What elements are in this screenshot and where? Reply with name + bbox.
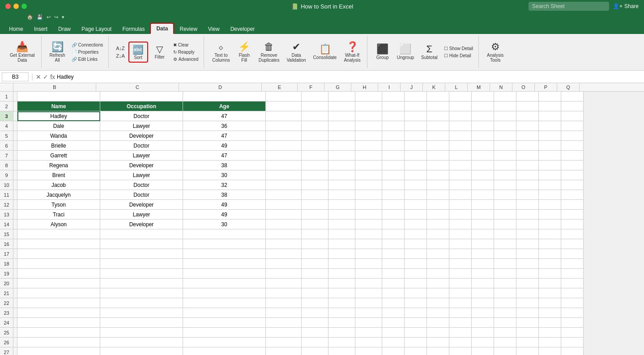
cell-col-j-16[interactable]: [405, 239, 427, 249]
cell-col-j-24[interactable]: [405, 318, 427, 328]
cell-col-k-8[interactable]: [427, 161, 449, 170]
cell-col-e-18[interactable]: [266, 259, 302, 269]
cell-col-i-23[interactable]: [382, 308, 405, 318]
cell-col-l-5[interactable]: [449, 131, 472, 141]
cell-col-f-3[interactable]: [302, 111, 328, 121]
cell-col-j-4[interactable]: [405, 121, 427, 131]
cell-col-o-1[interactable]: [516, 92, 539, 101]
cell-col-g-11[interactable]: [328, 190, 355, 200]
cell-col-q-3[interactable]: [561, 111, 584, 121]
cell-col-e-23[interactable]: [266, 308, 302, 318]
cell-col-c-19[interactable]: [100, 269, 183, 279]
cell-col-e-6[interactable]: [266, 141, 302, 151]
cell-col-e-12[interactable]: [266, 200, 302, 210]
cell-name-7[interactable]: Garrett: [17, 151, 100, 161]
cell-col-e-4[interactable]: [266, 121, 302, 131]
cell-occupation-13[interactable]: Lawyer: [100, 210, 183, 220]
cell-col-m-22[interactable]: [472, 298, 494, 308]
cell-a-19[interactable]: [13, 269, 17, 279]
cell-occupation-5[interactable]: Developer: [100, 131, 183, 141]
cell-age-7[interactable]: 47: [183, 151, 266, 161]
cell-col-m-8[interactable]: [472, 161, 494, 170]
cell-col-k-16[interactable]: [427, 239, 449, 249]
cell-col-l-11[interactable]: [449, 190, 472, 200]
cell-col-p-8[interactable]: [539, 161, 561, 170]
cell-col-l-22[interactable]: [449, 298, 472, 308]
cell-col-n-5[interactable]: [494, 131, 516, 141]
flash-fill-button[interactable]: ⚡ FlashFill: [235, 40, 254, 64]
cell-col-o-24[interactable]: [516, 318, 539, 328]
cell-col-q-1[interactable]: [561, 92, 584, 101]
cell-a-26[interactable]: [13, 338, 17, 347]
cell-col-k-6[interactable]: [427, 141, 449, 151]
share-button[interactable]: 👤+ Share: [613, 3, 639, 9]
get-external-data-button[interactable]: 📥 Get ExternalData: [7, 40, 38, 64]
cell-occupation-3[interactable]: Doctor: [100, 111, 183, 121]
cell-col-k-23[interactable]: [427, 308, 449, 318]
cell-col-b-23[interactable]: [17, 308, 100, 318]
cell-col-k-13[interactable]: [427, 210, 449, 220]
cell-col-k-26[interactable]: [427, 338, 449, 347]
cell-col-l-1[interactable]: [449, 92, 472, 101]
cell-col-p-5[interactable]: [539, 131, 561, 141]
cell-col-k-24[interactable]: [427, 318, 449, 328]
cell-col-o-4[interactable]: [516, 121, 539, 131]
cell-occupation-4[interactable]: Lawyer: [100, 121, 183, 131]
cell-col-p-21[interactable]: [539, 288, 561, 298]
cell-a-11[interactable]: [13, 190, 17, 200]
cell-col-p-20[interactable]: [539, 279, 561, 288]
data-validation-button[interactable]: ✔ DataValidation: [284, 40, 308, 64]
cell-col-l-23[interactable]: [449, 308, 472, 318]
cell-col-l-7[interactable]: [449, 151, 472, 161]
cell-col-j-22[interactable]: [405, 298, 427, 308]
cell-col-h-7[interactable]: [355, 151, 382, 161]
cell-col-e-17[interactable]: [266, 249, 302, 259]
cell-col-o-8[interactable]: [516, 161, 539, 170]
cell-col-j-11[interactable]: [405, 190, 427, 200]
cell-col-n-11[interactable]: [494, 190, 516, 200]
ungroup-button[interactable]: ⬜ Ungroup: [394, 42, 417, 62]
cell-col-c-16[interactable]: [100, 239, 183, 249]
cell-col-f-2[interactable]: [302, 101, 328, 111]
cell-col-f-12[interactable]: [302, 200, 328, 210]
cell-col-j-8[interactable]: [405, 161, 427, 170]
col-header-h[interactable]: H: [351, 83, 378, 91]
cell-col-m-5[interactable]: [472, 131, 494, 141]
cell-col-o-2[interactable]: [516, 101, 539, 111]
cell-col-j-6[interactable]: [405, 141, 427, 151]
tab-insert[interactable]: Insert: [29, 24, 53, 34]
cell-col-i-15[interactable]: [382, 229, 405, 239]
cell-col-k-27[interactable]: [427, 347, 449, 355]
cell-age-4[interactable]: 36: [183, 121, 266, 131]
show-detail-button[interactable]: ☐ Show Detail: [442, 45, 475, 52]
cell-col-p-3[interactable]: [539, 111, 561, 121]
cell-col-f-4[interactable]: [302, 121, 328, 131]
col-header-l[interactable]: L: [445, 83, 468, 91]
cell-col-k-2[interactable]: [427, 101, 449, 111]
cell-col-i-4[interactable]: [382, 121, 405, 131]
col-header-i[interactable]: I: [378, 83, 401, 91]
cell-col-c-27[interactable]: [100, 347, 183, 355]
cell-col-f-24[interactable]: [302, 318, 328, 328]
cell-col-q-8[interactable]: [561, 161, 584, 170]
cell-col-g-12[interactable]: [328, 200, 355, 210]
cell-name-4[interactable]: Dale: [17, 121, 100, 131]
cell-col-d-26[interactable]: [183, 338, 266, 347]
cell-col-f-26[interactable]: [302, 338, 328, 347]
cell-col-p-4[interactable]: [539, 121, 561, 131]
cell-col-g-2[interactable]: [328, 101, 355, 111]
col-header-d[interactable]: D: [179, 83, 262, 91]
cell-col-f-15[interactable]: [302, 229, 328, 239]
cell-col-c-17[interactable]: [100, 249, 183, 259]
cell-col-p-16[interactable]: [539, 239, 561, 249]
cell-col-g-7[interactable]: [328, 151, 355, 161]
cell-col-o-3[interactable]: [516, 111, 539, 121]
cell-col-h-18[interactable]: [355, 259, 382, 269]
advanced-button[interactable]: ⚙ Advanced: [171, 56, 200, 63]
cell-col-i-18[interactable]: [382, 259, 405, 269]
cell-col-q-4[interactable]: [561, 121, 584, 131]
cell-col-h-14[interactable]: [355, 220, 382, 229]
close-button[interactable]: [5, 4, 11, 9]
cell-col-k-4[interactable]: [427, 121, 449, 131]
cell-a-27[interactable]: [13, 347, 17, 355]
